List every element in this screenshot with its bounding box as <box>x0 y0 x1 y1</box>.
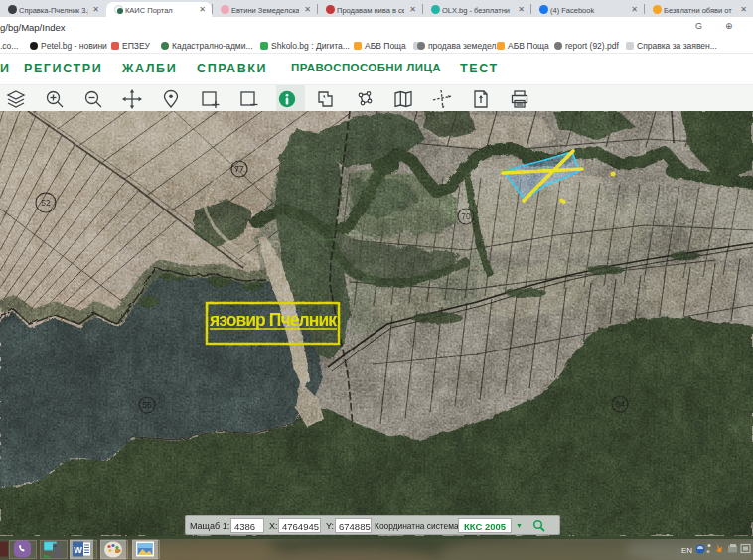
svg-text:язовир Пчелник: язовир Пчелник <box>209 310 337 330</box>
svg-text:64: 64 <box>615 399 625 409</box>
svg-text:77: 77 <box>234 164 244 174</box>
svg-text:EN: EN <box>681 546 692 555</box>
svg-text:70: 70 <box>461 211 471 221</box>
svg-text:52: 52 <box>41 198 51 208</box>
svg-text:55: 55 <box>142 400 152 410</box>
